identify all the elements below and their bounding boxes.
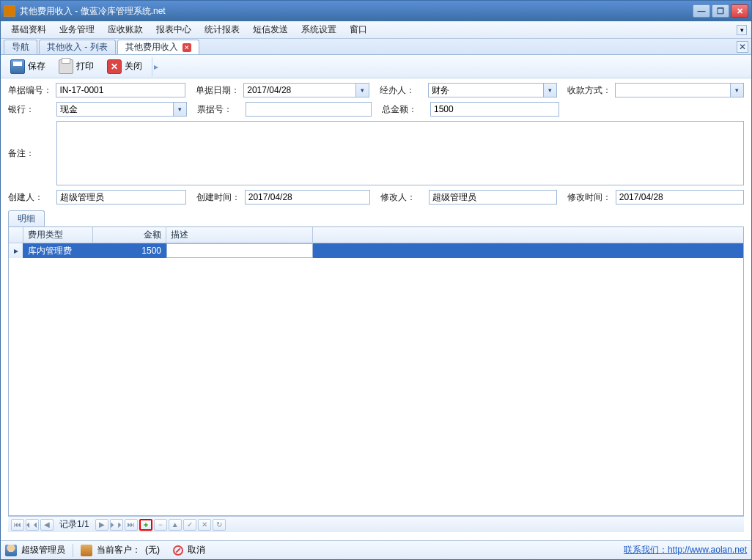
handler-dropdown-icon[interactable]: ▾ (544, 83, 557, 97)
tab-other-fee-income[interactable]: 其他费用收入 ✕ (117, 40, 199, 54)
statusbar: 超级管理员 当前客户： (无) 取消 联系我们：http://www.aolan… (1, 540, 751, 559)
print-label: 打印 (76, 60, 94, 73)
document-tabs: 导航 其他收入 - 列表 其他费用收入 ✕ ✕ (1, 39, 751, 55)
voucher-label: 票据号： (197, 103, 243, 116)
doc-no-input[interactable] (56, 83, 185, 97)
doc-date-label: 单据日期： (196, 84, 240, 97)
client-icon (81, 545, 92, 556)
bank-dropdown-icon[interactable]: ▾ (174, 102, 187, 117)
nav-edit-icon[interactable]: ▲ (169, 519, 182, 531)
client-label: 当前客户： (97, 544, 141, 556)
menu-receivable[interactable]: 应收账款 (102, 21, 149, 38)
menubar-dropdown-icon[interactable]: ▾ (737, 25, 747, 35)
nav-cancel-icon[interactable]: ✕ (198, 519, 211, 531)
modify-time-label: 修改时间： (567, 191, 613, 204)
tab-nav[interactable]: 导航 (4, 40, 37, 54)
handler-label: 经办人： (380, 84, 424, 97)
maximize-button[interactable]: ❐ (712, 4, 729, 18)
doc-date-input[interactable] (243, 83, 356, 97)
menu-settings[interactable]: 系统设置 (295, 21, 342, 38)
creator-input[interactable] (56, 190, 186, 205)
nav-first-icon[interactable]: ⏮ (11, 519, 24, 531)
col-fee-type[interactable]: 费用类型 (23, 227, 93, 243)
save-label: 保存 (28, 60, 45, 73)
separator (73, 544, 73, 557)
remarks-input[interactable] (56, 121, 744, 185)
toolbar-overflow-icon[interactable]: ▸ (152, 57, 159, 76)
tab-close-icon[interactable]: ✕ (183, 43, 191, 52)
toolbar: 保存 打印 ✕ 关闭 ▸ (1, 55, 751, 78)
print-button[interactable]: 打印 (54, 57, 99, 76)
total-input[interactable] (430, 102, 559, 117)
detail-grid[interactable]: 费用类型 金额 描述 ▸ 库内管理费 1500 (8, 226, 744, 516)
cell-amount[interactable]: 1500 (93, 243, 166, 258)
print-icon (59, 59, 73, 74)
creator-label: 创建人： (8, 191, 54, 204)
minimize-button[interactable]: ― (693, 4, 710, 18)
close-label: 关闭 (125, 60, 142, 73)
nav-next-icon[interactable]: ▶ (95, 519, 108, 531)
menu-business[interactable]: 业务管理 (54, 21, 100, 38)
save-icon (10, 59, 25, 74)
nav-remove-icon[interactable]: － (154, 519, 167, 531)
close-button[interactable]: ✕ 关闭 (102, 57, 147, 76)
client-value: (无) (145, 544, 160, 556)
create-time-label: 创建时间： (196, 191, 242, 204)
nav-prev-icon[interactable]: ◀ (40, 519, 54, 531)
nav-last-icon[interactable]: ⏭ (125, 519, 138, 531)
nav-next-page-icon[interactable]: ⏵⏵ (110, 519, 123, 531)
modifier-input[interactable] (429, 190, 557, 205)
total-label: 总金额： (382, 103, 427, 116)
doc-date-dropdown-icon[interactable]: ▾ (356, 83, 369, 97)
handler-input[interactable] (428, 83, 544, 97)
form: 单据编号： 单据日期： ▾ 经办人： ▾ 收款方式： ▾ (1, 78, 751, 537)
menu-basic[interactable]: 基础资料 (5, 21, 52, 38)
record-counter: 记录1/1 (55, 518, 94, 531)
cancel-icon[interactable] (173, 545, 183, 556)
bank-input[interactable] (56, 102, 174, 117)
window-close-button[interactable]: ✕ (731, 4, 748, 18)
modifier-label: 修改人： (380, 191, 426, 204)
user-icon (5, 545, 17, 556)
grid-row[interactable]: ▸ 库内管理费 1500 (9, 243, 743, 258)
tab-label: 其他费用收入 (125, 41, 178, 54)
doc-no-label: 单据编号： (8, 84, 53, 97)
menu-report-center[interactable]: 报表中心 (150, 21, 197, 38)
contact-link[interactable]: 联系我们：http://www.aolan.net (624, 544, 747, 556)
record-navigator: ⏮ ⏴⏴ ◀ 记录1/1 ▶ ⏵⏵ ⏭ ＋ － ▲ ✓ ✕ ↻ (8, 516, 744, 532)
detail-tab[interactable]: 明细 (8, 210, 45, 226)
cell-desc[interactable] (166, 243, 313, 258)
bank-label: 银行： (8, 103, 54, 116)
remarks-label: 备注： (8, 147, 54, 160)
tab-label: 导航 (12, 41, 29, 54)
grid-indicator-header (9, 227, 23, 243)
voucher-input[interactable] (246, 102, 372, 117)
nav-add-icon[interactable]: ＋ (139, 519, 152, 531)
receipt-mode-dropdown-icon[interactable]: ▾ (731, 83, 744, 97)
nav-prev-page-icon[interactable]: ⏴⏴ (26, 519, 39, 531)
receipt-mode-input[interactable] (615, 83, 731, 97)
menu-window[interactable]: 窗口 (344, 21, 373, 38)
row-indicator-icon: ▸ (9, 243, 23, 258)
receipt-mode-label: 收款方式： (567, 84, 612, 97)
save-button[interactable]: 保存 (5, 57, 51, 76)
app-icon (4, 5, 15, 17)
col-desc[interactable]: 描述 (166, 227, 313, 243)
close-icon: ✕ (107, 59, 122, 74)
tab-other-income-list[interactable]: 其他收入 - 列表 (39, 40, 116, 54)
titlebar: 其他费用收入 - 傲蓝冷库管理系统.net ― ❐ ✕ (1, 1, 751, 21)
status-cancel[interactable]: 取消 (188, 544, 205, 556)
tabs-close-all-icon[interactable]: ✕ (737, 41, 748, 53)
create-time-input[interactable] (245, 190, 370, 205)
menu-stats[interactable]: 统计报表 (199, 21, 246, 38)
menu-sms[interactable]: 短信发送 (247, 21, 294, 38)
cell-fee-type[interactable]: 库内管理费 (23, 243, 93, 258)
status-user: 超级管理员 (21, 544, 65, 556)
nav-commit-icon[interactable]: ✓ (183, 519, 196, 531)
menubar: 基础资料 业务管理 应收账款 报表中心 统计报表 短信发送 系统设置 窗口 ▾ (1, 21, 751, 39)
col-amount[interactable]: 金额 (93, 227, 166, 243)
tab-label: 其他收入 - 列表 (47, 41, 108, 54)
nav-refresh-icon[interactable]: ↻ (213, 519, 226, 531)
window-title: 其他费用收入 - 傲蓝冷库管理系统.net (20, 5, 693, 18)
modify-time-input[interactable] (616, 190, 744, 205)
